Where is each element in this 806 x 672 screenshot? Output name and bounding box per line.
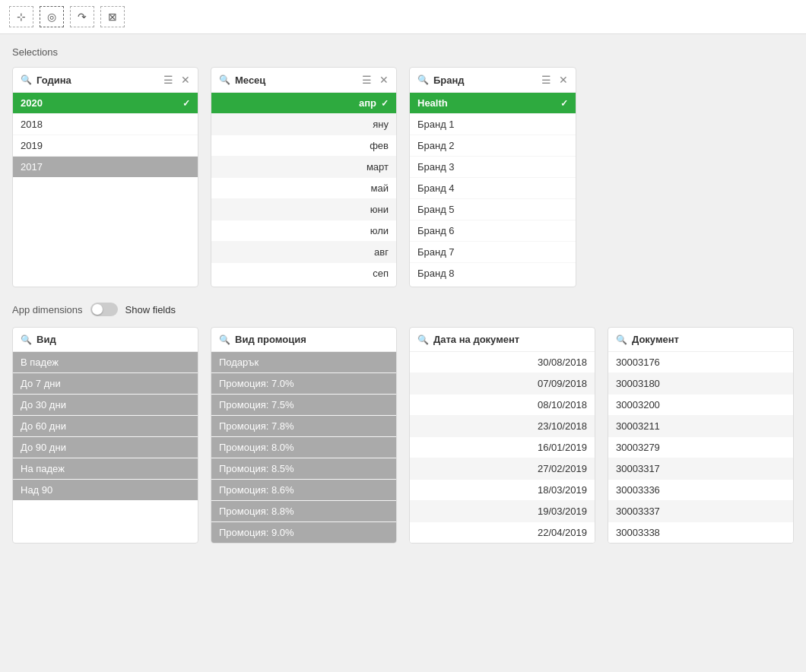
vp-item-78[interactable]: Промоция: 7.8%	[211, 416, 396, 437]
dokument-card-header: 🔍 Документ	[608, 328, 793, 352]
dok-item-5[interactable]: 30003279	[608, 437, 793, 458]
month-item-may[interactable]: май	[211, 178, 396, 199]
lasso-tool-button[interactable]: ◎	[40, 6, 64, 27]
data-item-label: 07/09/2018	[538, 378, 587, 389]
data-item-label: 23/10/2018	[538, 420, 587, 432]
month-item-mart[interactable]: март	[211, 157, 396, 178]
vid-item-vpadej[interactable]: В падеж	[13, 352, 198, 373]
month-item-apr[interactable]: апр ✓	[211, 93, 396, 114]
month-item-yanu[interactable]: яну	[211, 114, 396, 135]
month-item-label: май	[371, 182, 389, 194]
dok-item-4[interactable]: 30003211	[608, 416, 793, 437]
redo-tool-button[interactable]: ↷	[70, 6, 94, 27]
vp-item-75[interactable]: Промоция: 7.5%	[211, 395, 396, 416]
vp-item-label: Промоция: 7.5%	[219, 399, 294, 410]
brand-close-icon[interactable]: ✕	[559, 74, 568, 86]
dok-item-7[interactable]: 30003336	[608, 480, 793, 501]
month-item-sep[interactable]: сеп	[211, 263, 396, 284]
vp-item-70[interactable]: Промоция: 7.0%	[211, 373, 396, 395]
month-item-check: ✓	[381, 98, 389, 109]
dok-item-label: 30003317	[616, 463, 660, 474]
month-item-label: фев	[370, 140, 389, 151]
year-item-label: 2018	[21, 119, 43, 130]
vid-promocia-card: 🔍 Вид промоция Подарък Промоция: 7.0% Пр…	[211, 327, 397, 544]
data-item-1[interactable]: 30/08/2018	[410, 352, 595, 373]
dok-item-2[interactable]: 30003180	[608, 373, 793, 395]
vid-item-do90[interactable]: До 90 дни	[13, 437, 198, 458]
data-item-6[interactable]: 27/02/2019	[410, 458, 595, 480]
month-item-yuni[interactable]: юни	[211, 199, 396, 220]
vp-item-86[interactable]: Промоция: 8.6%	[211, 480, 396, 501]
year-item-label: 2019	[21, 140, 43, 151]
brand-item-1[interactable]: Бранд 1	[410, 114, 576, 135]
data-item-8[interactable]: 19/03/2019	[410, 501, 595, 522]
month-list-icon[interactable]: ☰	[362, 74, 372, 86]
year-item-2018[interactable]: 2018	[13, 114, 198, 135]
brand-item-5[interactable]: Бранд 5	[410, 199, 576, 220]
month-item-avg[interactable]: авг	[211, 242, 396, 263]
vp-item-podaruk[interactable]: Подарък	[211, 352, 396, 373]
month-item-fev[interactable]: фев	[211, 135, 396, 157]
data-card-header: 🔍 Дата на документ	[410, 328, 595, 352]
month-close-icon[interactable]: ✕	[379, 74, 389, 86]
month-card-header: 🔍 Месец ☰ ✕	[211, 68, 396, 93]
clear-icon: ⊠	[108, 11, 117, 23]
vid-item-do30[interactable]: До 30 дни	[13, 395, 198, 416]
vp-item-80[interactable]: Промоция: 8.0%	[211, 437, 396, 458]
brand-item-label: Бранд 1	[417, 119, 455, 130]
brand-item-8[interactable]: Бранд 8	[410, 263, 576, 284]
brand-item-3[interactable]: Бранд 3	[410, 157, 576, 178]
vid-item-do7[interactable]: До 7 дни	[13, 373, 198, 395]
brand-item-4[interactable]: Бранд 4	[410, 178, 576, 199]
brand-item-label: Бранд 6	[417, 225, 455, 236]
year-search-icon: 🔍	[21, 74, 32, 85]
vid-item-do60[interactable]: До 60 дни	[13, 416, 198, 437]
year-item-2020[interactable]: 2020 ✓	[13, 93, 198, 114]
brand-search-icon: 🔍	[417, 74, 429, 85]
year-item-label: 2017	[21, 161, 43, 173]
vid-item-label: До 90 дни	[21, 442, 66, 453]
data-item-7[interactable]: 18/03/2019	[410, 480, 595, 501]
dok-item-3[interactable]: 30003200	[608, 395, 793, 416]
dok-item-1[interactable]: 30003176	[608, 352, 793, 373]
year-list-icon[interactable]: ☰	[163, 74, 173, 86]
bottom-cards-row: 🔍 Вид В падеж До 7 дни До 30 дни До 60 д…	[12, 327, 794, 544]
data-item-label: 18/03/2019	[538, 484, 587, 496]
brand-item-2[interactable]: Бранд 2	[410, 135, 576, 157]
data-item-label: 08/10/2018	[538, 399, 587, 410]
vid-item-nad90[interactable]: Над 90	[13, 480, 198, 500]
dok-item-8[interactable]: 30003337	[608, 501, 793, 522]
clear-tool-button[interactable]: ⊠	[100, 6, 125, 27]
vp-item-90[interactable]: Промоция: 9.0%	[211, 522, 396, 543]
year-item-2019[interactable]: 2019	[13, 135, 198, 157]
month-card-title: Месец	[235, 74, 354, 86]
vid-item-napadej[interactable]: На падеж	[13, 458, 198, 480]
vid-item-label: До 60 дни	[21, 420, 66, 432]
month-item-label: апр	[359, 97, 376, 109]
vp-item-label: Промоция: 9.0%	[219, 527, 294, 538]
data-item-5[interactable]: 16/01/2019	[410, 437, 595, 458]
show-fields-toggle[interactable]	[90, 303, 118, 316]
year-item-2017[interactable]: 2017	[13, 157, 198, 177]
brand-item-7[interactable]: Бранд 7	[410, 242, 576, 263]
select-tool-button[interactable]: ⊹	[9, 6, 33, 27]
month-item-yuli[interactable]: юли	[211, 220, 396, 242]
vid-item-label: До 30 дни	[21, 399, 66, 410]
data-item-9[interactable]: 22/04/2019	[410, 522, 595, 543]
brand-item-health[interactable]: Health ✓	[410, 93, 576, 114]
data-item-3[interactable]: 08/10/2018	[410, 395, 595, 416]
brand-list-icon[interactable]: ☰	[541, 74, 551, 86]
dok-item-6[interactable]: 30003317	[608, 458, 793, 480]
year-card: 🔍 Година ☰ ✕ 2020 ✓ 2018 2019 2017	[12, 67, 198, 287]
brand-item-6[interactable]: Бранд 6	[410, 220, 576, 242]
dok-item-label: 30003337	[616, 506, 660, 517]
vp-item-88[interactable]: Промоция: 8.8%	[211, 501, 396, 522]
year-item-label: 2020	[21, 97, 43, 109]
vp-item-85[interactable]: Промоция: 8.5%	[211, 458, 396, 480]
dok-item-9[interactable]: 30003338	[608, 522, 793, 543]
year-close-icon[interactable]: ✕	[181, 74, 190, 86]
data-item-4[interactable]: 23/10/2018	[410, 416, 595, 437]
dok-item-label: 30003200	[616, 399, 660, 410]
data-item-2[interactable]: 07/09/2018	[410, 373, 595, 395]
vp-item-label: Промоция: 7.0%	[219, 378, 294, 389]
